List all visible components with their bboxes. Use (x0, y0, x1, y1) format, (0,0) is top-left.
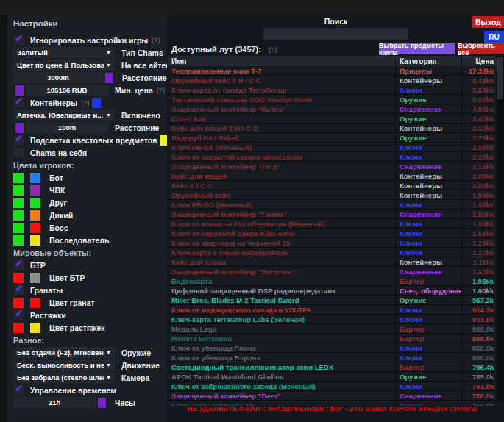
loot-row[interactable]: Ключ-карта TerraGroup Labs (Зеленая)Ключ… (168, 315, 497, 324)
dropdown-select[interactable]: Залитый▼ (13, 47, 115, 58)
color-swatch[interactable] (13, 198, 24, 208)
color-swatch[interactable] (30, 298, 40, 308)
color-swatch[interactable] (30, 323, 40, 333)
settings-row-dropdown: Беск. выносливость и нет уста:▼Движение (13, 359, 161, 371)
color-swatch[interactable] (160, 135, 167, 146)
scrollbar-thumb[interactable] (497, 57, 503, 99)
loot-row[interactable]: APOK Tactical Wasteland GladiusОружие785… (168, 372, 497, 382)
color-swatch[interactable] (30, 223, 40, 233)
scrollbar-track[interactable] (497, 56, 504, 402)
loot-row[interactable]: Ключ от комнаты 314 общежития (Меченый)К… (168, 219, 497, 229)
loot-name: Ключ-карта с синей маркировкой (168, 248, 395, 257)
dropdown-label: На все айтемы (121, 61, 167, 70)
checkbox[interactable] (14, 260, 24, 270)
text-input[interactable]: 3000m (13, 72, 103, 83)
loot-row[interactable]: Защищенный контейнер "Каппа"Снаряжение4.… (168, 104, 497, 114)
text-input[interactable]: 21h (13, 397, 96, 408)
loot-row[interactable]: Защищенный контейнер "Гамма"Снаряжение1.… (168, 210, 497, 219)
exit-button[interactable]: Выход (472, 16, 504, 28)
color-swatch[interactable] (30, 173, 40, 183)
loot-row[interactable]: Ключ от убежища ВоронаКлючи800.0k (168, 353, 497, 362)
color-swatch[interactable] (30, 198, 40, 208)
color-swatch[interactable] (13, 298, 24, 308)
checkbox[interactable] (14, 35, 24, 45)
loot-row[interactable]: Защищенный контейнер "Эпсилон"Снаряжение… (168, 267, 497, 276)
settings-panel: Настройки Игнорировать настройки игры(?)… (7, 15, 167, 422)
dropdown-select[interactable]: Без забрала (стекло шлема)▼ (13, 372, 115, 383)
loot-price: 1.29kk (461, 239, 497, 247)
loot-row[interactable]: Тепловизионные очки Т-7Прицелы17.33kk (168, 66, 497, 76)
loot-row[interactable]: Кейс для хламаКонтейнеры1.11kk (168, 257, 497, 267)
checkbox[interactable] (14, 385, 24, 395)
loot-row[interactable]: Тактический томагавк SOG Voodoo HawkОруж… (168, 95, 497, 104)
loot-row[interactable]: Кейс для вещей T H I C CКонтейнеры3.10kk (168, 124, 497, 133)
loot-row[interactable]: Оружейный кейсКонтейнеры1.95kk (168, 190, 497, 200)
loot-row[interactable]: Защищенный контейнер "Бета"Снаряжение750… (168, 391, 497, 401)
loot-row[interactable]: Медаль LegaБартер900.0k (168, 324, 497, 334)
select-kappa-button[interactable]: Выбрать предметы каппа (379, 43, 455, 54)
loot-row[interactable]: ВидеокартаБартер1.06kk (168, 276, 497, 286)
help-icon[interactable]: (?) (157, 87, 166, 94)
loot-row[interactable]: Miller Bros. Blades M-2 Tactical SwordОр… (168, 296, 497, 305)
dropdown-select[interactable]: Цвет по цене & Пользователь▼ (13, 60, 115, 71)
loot-row[interactable]: Ледоруб Red RebelОружие2.75kk (168, 133, 497, 143)
loot-help-icon[interactable]: (?) (269, 46, 277, 54)
color-swatch[interactable] (15, 123, 24, 133)
drop-all-button[interactable]: Выбросить все (458, 43, 504, 54)
loot-row[interactable]: Кейс S I C CКонтейнеры2.05kk (168, 181, 497, 190)
checkbox[interactable] (14, 285, 24, 295)
color-swatch[interactable] (105, 73, 113, 83)
loot-row[interactable]: Оружейный кейс T H I C CКонтейнеры8.48kk (168, 76, 497, 85)
loot-row[interactable]: Цифровой защищенный DSP радиопередатчикС… (168, 286, 497, 296)
color-swatch[interactable] (30, 185, 40, 196)
loot-row[interactable]: Ключ от убежища ЛионаКлючи850.0k (168, 343, 497, 353)
loot-table: Имя Категория Цена Тепловизионные очки Т… (168, 56, 497, 406)
color-swatch[interactable] (92, 98, 101, 108)
color-swatch[interactable] (30, 273, 40, 283)
color-swatch[interactable] (15, 85, 24, 96)
dropdown-select[interactable]: Без отдачи (F2), Мгновенное п▼ (13, 347, 115, 358)
settings-row-checkbox: Контейнеры(?) (13, 96, 161, 109)
loot-row[interactable]: Ключ от наружной двери Kiba ArmsКлючи1.5… (168, 229, 497, 238)
color-swatch[interactable] (13, 323, 24, 333)
checkbox[interactable] (14, 310, 24, 320)
text-input[interactable]: 105156 RUB (26, 85, 108, 96)
checkbox[interactable] (14, 98, 24, 107)
checkbox[interactable] (14, 135, 24, 145)
dropdown-select[interactable]: Аптечка, Ювелирные и...▼ (13, 110, 115, 121)
help-icon[interactable]: (?) (81, 99, 90, 107)
loot-row[interactable]: Защищенный контейнер "Тета"Снаряжение2.1… (168, 162, 497, 171)
color-swatch[interactable] (13, 210, 24, 221)
color-swatch[interactable] (30, 210, 40, 221)
checkbox[interactable] (14, 148, 24, 157)
color-swatch[interactable] (30, 235, 40, 246)
loot-name: Ключ от наружной двери Kiba Arms (168, 229, 395, 237)
loot-row[interactable]: Ключ-карта с синей маркировкойКлючи1.17k… (168, 248, 497, 257)
loot-category: Ключи (395, 143, 461, 151)
color-swatch[interactable] (13, 273, 24, 283)
help-icon[interactable]: (?) (152, 37, 160, 44)
color-swatch[interactable] (13, 185, 24, 196)
settings-row-dropdown: Без забрала (стекло шлема)▼Камера (13, 371, 161, 384)
color-swatch[interactable] (98, 398, 106, 408)
loot-row[interactable]: Ключ-карта от склада TerraGroupКлючи5.63… (168, 85, 497, 95)
loot-row[interactable]: Ключ РБ-ВО (Меченый)Ключи1.85kk (168, 200, 497, 210)
text-input[interactable]: 100m (26, 122, 108, 133)
loot-row[interactable]: Ключ от закрытой секции автосалонаКлючи2… (168, 152, 497, 162)
loot-row[interactable]: Crash AxeОружие3.40kk (168, 114, 497, 124)
loot-row[interactable]: Ключ РБ-БК (Меченый)Ключи2.58kk (168, 143, 497, 152)
loot-row[interactable]: Монета БиткоинаБартер869.6k (168, 334, 497, 343)
color-swatch[interactable] (13, 223, 24, 233)
search-input[interactable] (263, 28, 408, 40)
loot-row[interactable]: Ключ от квартиры на Чеканной 15Ключи1.29… (168, 238, 497, 248)
chevron-down-icon: ▼ (106, 375, 111, 380)
dropdown-select[interactable]: Беск. выносливость и нет уста:▼ (13, 360, 115, 371)
loot-row[interactable]: Кейс для вещейКонтейнеры2.08kk (168, 171, 497, 181)
loot-name: Видеокарта (168, 277, 395, 285)
loot-row[interactable]: Светодиодный трансиллюминатор кожи LEDXБ… (168, 362, 497, 372)
loot-row[interactable]: Ключ от медицинского склада в УЛЬТРАКлюч… (168, 305, 497, 315)
color-swatch[interactable] (13, 173, 24, 183)
loot-price: 1.17kk (461, 248, 497, 257)
loot-row[interactable]: Ключ от заброшенного завода (Меченый)Клю… (168, 382, 497, 391)
color-swatch[interactable] (13, 235, 24, 246)
